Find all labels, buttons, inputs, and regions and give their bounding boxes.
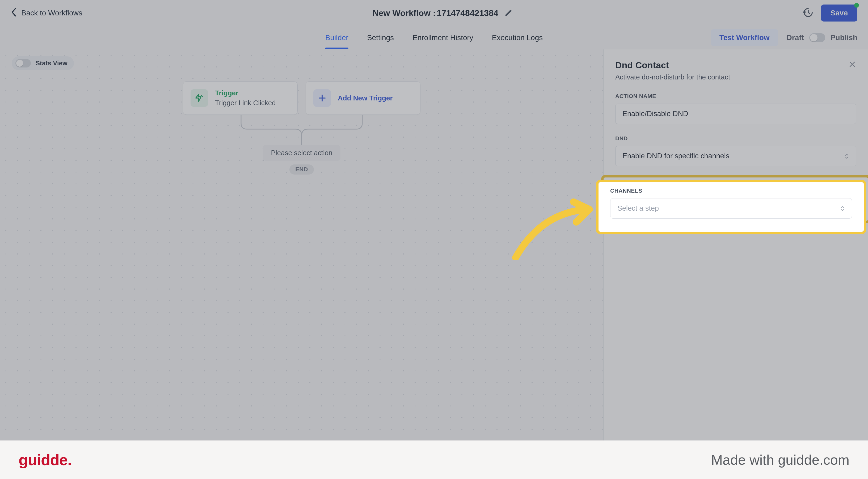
svg-point-1 bbox=[202, 96, 203, 97]
highlighted-channels-section: CHANNELS Select a step bbox=[598, 182, 864, 232]
action-name-label: ACTION NAME bbox=[615, 93, 856, 99]
history-icon[interactable] bbox=[803, 7, 813, 19]
channels-select-hl[interactable]: Select a step bbox=[610, 198, 852, 219]
trigger-subtitle: Trigger Link Clicked bbox=[215, 99, 276, 107]
tab-settings[interactable]: Settings bbox=[367, 26, 394, 49]
dnd-label: DND bbox=[615, 135, 856, 141]
select-action-placeholder[interactable]: Please select action bbox=[263, 145, 340, 161]
channels-label-hl: CHANNELS bbox=[610, 188, 852, 194]
made-with-text: Made with guidde.com bbox=[711, 452, 849, 468]
publish-label: Publish bbox=[831, 33, 857, 42]
back-to-workflows[interactable]: Back to Workflows bbox=[11, 7, 83, 19]
end-node: END bbox=[289, 164, 314, 174]
workflow-title-prefix: New Workflow : bbox=[373, 8, 436, 18]
tab-execution-logs[interactable]: Execution Logs bbox=[492, 26, 543, 49]
save-button[interactable]: Save bbox=[821, 4, 857, 22]
chevron-updown-icon bbox=[840, 205, 845, 212]
action-name-input[interactable] bbox=[615, 104, 856, 124]
guidde-logo: guidde. bbox=[19, 451, 71, 469]
plus-icon bbox=[313, 89, 331, 107]
chevron-updown-icon bbox=[844, 153, 849, 159]
connector-line bbox=[241, 115, 363, 150]
edit-title-icon[interactable] bbox=[505, 9, 513, 17]
test-workflow-button[interactable]: Test Workflow bbox=[711, 29, 778, 46]
workflow-title-id: 1714748421384 bbox=[437, 8, 498, 18]
chevron-left-icon bbox=[11, 7, 17, 19]
add-trigger-card[interactable]: Add New Trigger bbox=[306, 81, 421, 115]
trigger-card[interactable]: Trigger Trigger Link Clicked bbox=[183, 81, 298, 115]
unsaved-indicator bbox=[854, 3, 859, 8]
svg-point-0 bbox=[201, 95, 202, 96]
dnd-select[interactable]: Enable DND for specific channels bbox=[615, 146, 856, 166]
back-label: Back to Workflows bbox=[21, 9, 83, 17]
panel-title: Dnd Contact bbox=[615, 60, 730, 70]
close-panel-icon[interactable] bbox=[848, 60, 856, 70]
trigger-title: Trigger bbox=[215, 89, 276, 97]
panel-subtitle: Activate do-not-disturb for the contact bbox=[615, 73, 730, 81]
tab-enrollment-history[interactable]: Enrollment History bbox=[412, 26, 473, 49]
publish-toggle[interactable] bbox=[809, 33, 825, 42]
draft-label: Draft bbox=[787, 33, 804, 42]
tab-builder[interactable]: Builder bbox=[325, 26, 348, 49]
stats-switch[interactable] bbox=[16, 59, 31, 67]
trigger-icon bbox=[191, 89, 208, 107]
stats-view-toggle[interactable]: Stats View bbox=[12, 56, 74, 70]
